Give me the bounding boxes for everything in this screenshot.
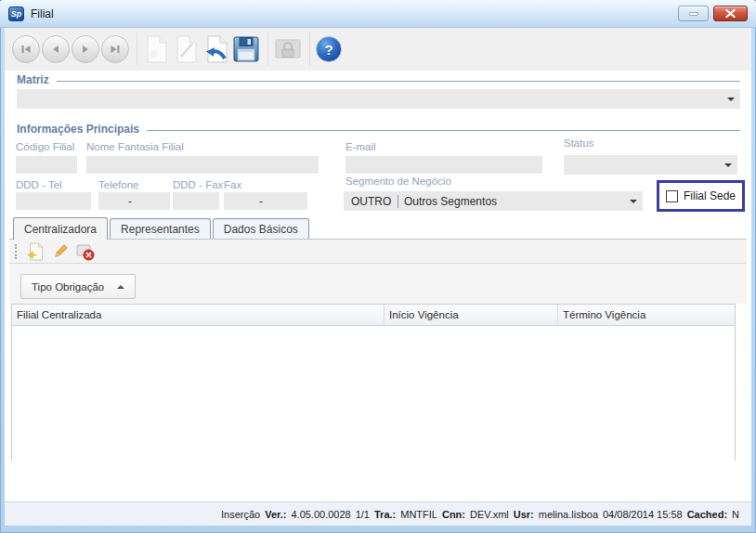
lock-button[interactable] bbox=[274, 32, 302, 66]
sort-ascending-icon bbox=[117, 285, 124, 289]
column-header-termino-vigencia[interactable]: Término Vigência bbox=[558, 305, 735, 325]
title-bar[interactable]: Sp Filial bbox=[0, 0, 756, 28]
new-record-button[interactable] bbox=[143, 32, 171, 66]
first-record-icon bbox=[20, 44, 32, 55]
previous-record-icon bbox=[50, 44, 61, 55]
column-header-inicio-vigencia[interactable]: Início Vigência bbox=[385, 305, 558, 325]
delete-item-icon bbox=[76, 242, 95, 261]
segmento-code-value: OUTRO bbox=[351, 195, 398, 208]
matriz-group-title: Matriz bbox=[17, 73, 49, 86]
column-header-filial-centralizada[interactable]: Filial Centralizada bbox=[12, 305, 385, 325]
status-transaction-value: MNTFIL bbox=[400, 509, 437, 520]
undo-button[interactable] bbox=[202, 32, 230, 66]
group-by-bar: Tipo Obrigação bbox=[9, 264, 747, 304]
grid-header-row: Filial Centralizada Início Vigência Térm… bbox=[12, 305, 735, 326]
nome-fantasia-label: Nome Fantasia Filial bbox=[86, 141, 184, 152]
minimize-icon bbox=[689, 12, 698, 16]
principal-group-title: Informações Principais bbox=[17, 123, 139, 136]
group-button-label: Tipo Obrigação bbox=[32, 281, 104, 292]
tab-strip: Centralizadora Representantes Dados Bási… bbox=[13, 217, 311, 240]
close-button[interactable] bbox=[713, 6, 748, 21]
save-button[interactable] bbox=[232, 32, 260, 66]
help-button[interactable]: ? bbox=[316, 36, 342, 62]
segmento-combobox[interactable]: OUTRO Outros Segmentos bbox=[344, 191, 643, 211]
status-combobox[interactable] bbox=[564, 155, 737, 175]
save-icon bbox=[232, 35, 260, 63]
status-datetime: 04/08/2014 15:58 bbox=[603, 509, 683, 520]
nome-fantasia-input[interactable] bbox=[86, 156, 319, 174]
status-bar: Inserção Ver.: 4.05.00.0028 1/1 Tra.: MN… bbox=[5, 501, 751, 526]
status-transaction-label: Tra.: bbox=[374, 509, 396, 520]
fax-input[interactable] bbox=[224, 192, 307, 210]
status-version-value: 4.05.00.0028 bbox=[291, 509, 350, 520]
help-icon: ? bbox=[324, 42, 332, 58]
centralizadora-grid: Filial Centralizada Início Vigência Térm… bbox=[11, 304, 736, 461]
filial-sede-label: Filial Sede bbox=[684, 189, 736, 202]
segmento-label: Segmento de Negócio bbox=[345, 176, 451, 187]
status-user-label: Usr: bbox=[514, 509, 534, 520]
chevron-down-icon bbox=[630, 200, 637, 203]
tab-centralizadora[interactable]: Centralizadora bbox=[13, 217, 108, 240]
window-controls bbox=[678, 6, 748, 21]
filial-sede-field: Filial Sede bbox=[657, 180, 745, 212]
status-user-value: melina.lisboa bbox=[539, 509, 598, 520]
edit-record-button[interactable] bbox=[173, 32, 201, 66]
matriz-combobox[interactable] bbox=[17, 89, 740, 109]
toolbar-separator bbox=[309, 32, 310, 66]
fax-label: Fax bbox=[224, 179, 241, 190]
ddd-tel-label: DDD - Tel bbox=[16, 179, 62, 190]
new-record-icon bbox=[146, 35, 168, 63]
undo-icon bbox=[204, 35, 228, 63]
email-label: E-mail bbox=[345, 141, 376, 152]
minimize-button[interactable] bbox=[678, 6, 709, 21]
form-area: Matriz Informações Principais Código Fil… bbox=[5, 71, 751, 501]
chevron-down-icon bbox=[727, 98, 735, 101]
first-record-button[interactable] bbox=[12, 35, 40, 63]
add-item-button[interactable] bbox=[24, 241, 46, 262]
lock-icon bbox=[275, 37, 301, 61]
telefone-input[interactable] bbox=[98, 192, 170, 210]
matriz-group-header: Matriz bbox=[17, 73, 740, 86]
grid-body bbox=[12, 326, 735, 461]
status-connection-value: DEV.xml bbox=[470, 509, 509, 520]
toolbar-separator bbox=[137, 32, 137, 66]
next-record-button[interactable] bbox=[72, 35, 99, 63]
tipo-obrigacao-group-button[interactable]: Tipo Obrigação bbox=[20, 274, 136, 299]
status-record-count: 1/1 bbox=[356, 509, 370, 520]
segmento-description-value: Outros Segmentos bbox=[404, 195, 497, 208]
status-connection-label: Cnn: bbox=[442, 509, 465, 520]
ddd-tel-input[interactable] bbox=[16, 192, 91, 210]
app-icon: Sp bbox=[8, 6, 24, 21]
status-version-label: Ver.: bbox=[265, 509, 286, 520]
previous-record-button[interactable] bbox=[42, 35, 70, 63]
edit-item-button[interactable] bbox=[49, 241, 72, 262]
codigo-filial-input[interactable] bbox=[16, 156, 77, 174]
status-cached-label: Cached: bbox=[687, 509, 727, 520]
last-record-icon bbox=[110, 44, 121, 55]
main-toolbar: ? bbox=[5, 28, 751, 71]
principal-group-header: Informações Principais bbox=[17, 123, 740, 136]
last-record-button[interactable] bbox=[101, 35, 129, 63]
codigo-filial-label: Código Filial bbox=[16, 141, 74, 152]
tab-representantes[interactable]: Representantes bbox=[110, 218, 211, 239]
filial-sede-checkbox[interactable] bbox=[666, 190, 678, 202]
toolbar-separator bbox=[267, 32, 268, 66]
chevron-down-icon bbox=[724, 163, 732, 167]
edit-record-icon bbox=[176, 35, 198, 63]
group-divider-line bbox=[57, 81, 740, 82]
next-record-icon bbox=[80, 44, 91, 55]
toolbar-grip-handle[interactable] bbox=[15, 244, 17, 259]
edit-item-icon bbox=[52, 243, 69, 260]
status-cached-value: N bbox=[732, 509, 739, 520]
tab-dados-basicos[interactable]: Dados Básicos bbox=[213, 218, 309, 239]
window-title: Filial bbox=[31, 7, 54, 20]
email-input[interactable] bbox=[345, 156, 542, 174]
combo-divider bbox=[398, 195, 398, 208]
ddd-fax-input[interactable] bbox=[173, 192, 219, 210]
filial-window: Sp Filial bbox=[0, 0, 756, 533]
grid-toolbar bbox=[9, 239, 747, 264]
close-icon bbox=[725, 9, 736, 18]
ddd-fax-label: DDD - Fax bbox=[173, 179, 223, 190]
delete-item-button[interactable] bbox=[74, 241, 97, 262]
status-mode: Inserção bbox=[221, 509, 260, 520]
